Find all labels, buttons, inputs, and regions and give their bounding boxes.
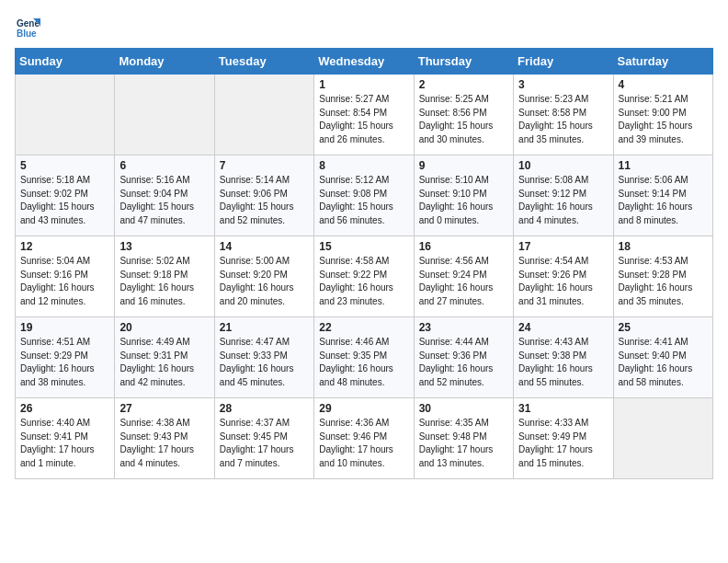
day-info: Sunrise: 4:40 AM Sunset: 9:41 PM Dayligh… [20, 417, 109, 470]
weekday-header-thursday: Thursday [414, 49, 513, 75]
day-info: Sunrise: 4:43 AM Sunset: 9:38 PM Dayligh… [518, 336, 608, 389]
day-info: Sunrise: 4:47 AM Sunset: 9:33 PM Dayligh… [220, 336, 309, 389]
day-number: 31 [518, 402, 608, 415]
day-info: Sunrise: 4:54 AM Sunset: 9:26 PM Dayligh… [518, 255, 608, 308]
day-info: Sunrise: 5:27 AM Sunset: 8:54 PM Dayligh… [319, 93, 408, 146]
day-number: 17 [518, 240, 608, 253]
logo: General Blue [15, 15, 44, 40]
calendar-cell: 14Sunrise: 5:00 AM Sunset: 9:20 PM Dayli… [214, 236, 313, 317]
day-number: 5 [20, 159, 109, 172]
calendar-table: SundayMondayTuesdayWednesdayThursdayFrid… [15, 48, 713, 479]
day-info: Sunrise: 4:56 AM Sunset: 9:24 PM Dayligh… [419, 255, 508, 308]
day-info: Sunrise: 4:36 AM Sunset: 9:46 PM Dayligh… [319, 417, 408, 470]
calendar-cell: 8Sunrise: 5:12 AM Sunset: 9:08 PM Daylig… [314, 155, 414, 236]
calendar-cell: 28Sunrise: 4:37 AM Sunset: 9:45 PM Dayli… [214, 398, 313, 479]
day-number: 2 [419, 78, 508, 91]
day-info: Sunrise: 4:51 AM Sunset: 9:29 PM Dayligh… [20, 336, 109, 389]
calendar-cell: 15Sunrise: 4:58 AM Sunset: 9:22 PM Dayli… [314, 236, 414, 317]
calendar-cell: 23Sunrise: 4:44 AM Sunset: 9:36 PM Dayli… [414, 317, 513, 398]
calendar-cell: 10Sunrise: 5:08 AM Sunset: 9:12 PM Dayli… [514, 155, 613, 236]
day-info: Sunrise: 5:10 AM Sunset: 9:10 PM Dayligh… [419, 174, 508, 227]
day-info: Sunrise: 4:33 AM Sunset: 9:49 PM Dayligh… [518, 417, 608, 470]
day-number: 23 [419, 321, 508, 334]
day-number: 14 [220, 240, 309, 253]
day-info: Sunrise: 4:37 AM Sunset: 9:45 PM Dayligh… [220, 417, 309, 470]
calendar-cell: 29Sunrise: 4:36 AM Sunset: 9:46 PM Dayli… [314, 398, 414, 479]
day-number: 24 [518, 321, 608, 334]
calendar-week-1: 5Sunrise: 5:18 AM Sunset: 9:02 PM Daylig… [16, 155, 713, 236]
calendar-cell: 18Sunrise: 4:53 AM Sunset: 9:28 PM Dayli… [613, 236, 712, 317]
calendar-cell: 7Sunrise: 5:14 AM Sunset: 9:06 PM Daylig… [214, 155, 313, 236]
day-number: 30 [419, 402, 508, 415]
calendar-cell: 30Sunrise: 4:35 AM Sunset: 9:48 PM Dayli… [414, 398, 513, 479]
calendar-cell: 16Sunrise: 4:56 AM Sunset: 9:24 PM Dayli… [414, 236, 513, 317]
calendar-cell: 9Sunrise: 5:10 AM Sunset: 9:10 PM Daylig… [414, 155, 513, 236]
calendar-cell: 1Sunrise: 5:27 AM Sunset: 8:54 PM Daylig… [314, 75, 414, 155]
day-info: Sunrise: 4:35 AM Sunset: 9:48 PM Dayligh… [419, 417, 508, 470]
calendar-cell: 20Sunrise: 4:49 AM Sunset: 9:31 PM Dayli… [115, 317, 214, 398]
calendar-cell: 6Sunrise: 5:16 AM Sunset: 9:04 PM Daylig… [115, 155, 214, 236]
calendar-week-4: 26Sunrise: 4:40 AM Sunset: 9:41 PM Dayli… [16, 398, 713, 479]
day-info: Sunrise: 4:38 AM Sunset: 9:43 PM Dayligh… [119, 417, 209, 470]
calendar-cell: 11Sunrise: 5:06 AM Sunset: 9:14 PM Dayli… [613, 155, 712, 236]
day-number: 25 [619, 321, 708, 334]
calendar-cell: 2Sunrise: 5:25 AM Sunset: 8:56 PM Daylig… [414, 75, 513, 155]
calendar-cell: 21Sunrise: 4:47 AM Sunset: 9:33 PM Dayli… [214, 317, 313, 398]
day-number: 1 [319, 78, 408, 91]
day-info: Sunrise: 4:44 AM Sunset: 9:36 PM Dayligh… [419, 336, 508, 389]
calendar-cell: 17Sunrise: 4:54 AM Sunset: 9:26 PM Dayli… [514, 236, 613, 317]
day-info: Sunrise: 5:16 AM Sunset: 9:04 PM Dayligh… [119, 174, 209, 227]
day-number: 8 [319, 159, 408, 172]
day-info: Sunrise: 5:00 AM Sunset: 9:20 PM Dayligh… [220, 255, 309, 308]
day-info: Sunrise: 5:25 AM Sunset: 8:56 PM Dayligh… [419, 93, 508, 146]
day-info: Sunrise: 5:21 AM Sunset: 9:00 PM Dayligh… [619, 93, 708, 146]
calendar-cell: 13Sunrise: 5:02 AM Sunset: 9:18 PM Dayli… [115, 236, 214, 317]
day-number: 12 [20, 240, 109, 253]
calendar-cell: 3Sunrise: 5:23 AM Sunset: 8:58 PM Daylig… [514, 75, 613, 155]
calendar-week-3: 19Sunrise: 4:51 AM Sunset: 9:29 PM Dayli… [16, 317, 713, 398]
weekday-header-wednesday: Wednesday [314, 49, 414, 75]
calendar-cell: 26Sunrise: 4:40 AM Sunset: 9:41 PM Dayli… [16, 398, 115, 479]
calendar-cell: 24Sunrise: 4:43 AM Sunset: 9:38 PM Dayli… [514, 317, 613, 398]
calendar-cell: 5Sunrise: 5:18 AM Sunset: 9:02 PM Daylig… [16, 155, 115, 236]
day-info: Sunrise: 4:49 AM Sunset: 9:31 PM Dayligh… [119, 336, 209, 389]
day-number: 28 [220, 402, 309, 415]
day-info: Sunrise: 5:18 AM Sunset: 9:02 PM Dayligh… [20, 174, 109, 227]
day-number: 6 [119, 159, 209, 172]
day-number: 3 [518, 78, 608, 91]
page-header: General Blue [15, 15, 713, 40]
calendar-cell: 22Sunrise: 4:46 AM Sunset: 9:35 PM Dayli… [314, 317, 414, 398]
weekday-header-friday: Friday [514, 49, 613, 75]
day-info: Sunrise: 4:58 AM Sunset: 9:22 PM Dayligh… [319, 255, 408, 308]
day-info: Sunrise: 5:23 AM Sunset: 8:58 PM Dayligh… [518, 93, 608, 146]
calendar-cell: 4Sunrise: 5:21 AM Sunset: 9:00 PM Daylig… [613, 75, 712, 155]
day-number: 9 [419, 159, 508, 172]
day-number: 7 [220, 159, 309, 172]
calendar-cell [613, 398, 712, 479]
day-number: 16 [419, 240, 508, 253]
calendar-cell: 19Sunrise: 4:51 AM Sunset: 9:29 PM Dayli… [16, 317, 115, 398]
calendar-cell [115, 75, 214, 155]
day-info: Sunrise: 4:53 AM Sunset: 9:28 PM Dayligh… [619, 255, 708, 308]
svg-text:Blue: Blue [17, 29, 37, 39]
day-info: Sunrise: 5:06 AM Sunset: 9:14 PM Dayligh… [619, 174, 708, 227]
day-number: 27 [119, 402, 209, 415]
day-number: 19 [20, 321, 109, 334]
day-number: 26 [20, 402, 109, 415]
day-info: Sunrise: 5:08 AM Sunset: 9:12 PM Dayligh… [518, 174, 608, 227]
calendar-cell: 27Sunrise: 4:38 AM Sunset: 9:43 PM Dayli… [115, 398, 214, 479]
day-number: 21 [220, 321, 309, 334]
day-number: 11 [619, 159, 708, 172]
day-number: 22 [319, 321, 408, 334]
calendar-cell: 31Sunrise: 4:33 AM Sunset: 9:49 PM Dayli… [514, 398, 613, 479]
day-info: Sunrise: 4:46 AM Sunset: 9:35 PM Dayligh… [319, 336, 408, 389]
day-number: 18 [619, 240, 708, 253]
calendar-cell: 12Sunrise: 5:04 AM Sunset: 9:16 PM Dayli… [16, 236, 115, 317]
calendar-cell [214, 75, 313, 155]
weekday-header-tuesday: Tuesday [214, 49, 313, 75]
day-info: Sunrise: 5:14 AM Sunset: 9:06 PM Dayligh… [220, 174, 309, 227]
day-info: Sunrise: 5:04 AM Sunset: 9:16 PM Dayligh… [20, 255, 109, 308]
day-number: 10 [518, 159, 608, 172]
day-number: 29 [319, 402, 408, 415]
weekday-header-monday: Monday [115, 49, 214, 75]
